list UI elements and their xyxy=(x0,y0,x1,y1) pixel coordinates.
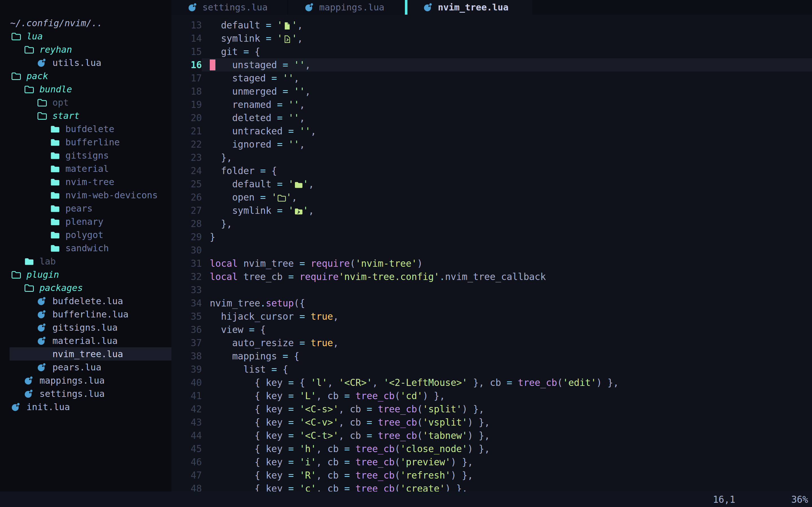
editor-buffer[interactable]: 13 default = '',14 symlink = '',15 git =… xyxy=(171,15,812,492)
tree-item-bufferline.lua[interactable]: bufferline.lua xyxy=(0,307,171,321)
line-number: 31 xyxy=(171,257,202,270)
code-line-16[interactable]: 16 unstaged = '', xyxy=(171,58,812,71)
file-tree-sidebar: ~/.config/nvim/..luareyhanutils.luapackb… xyxy=(0,0,171,492)
folder-fill-icon xyxy=(49,229,60,240)
tree-item-material.lua[interactable]: material.lua xyxy=(0,334,171,347)
tree-item-label: pack xyxy=(27,71,48,81)
code-line-36[interactable]: 36 view = { xyxy=(171,323,812,336)
tree-item-bufferline[interactable]: bufferline xyxy=(0,135,171,149)
tree-item-bufdelete.lua[interactable]: bufdelete.lua xyxy=(0,294,171,307)
code-line-31[interactable]: 31local nvim_tree = require('nvim-tree') xyxy=(171,257,812,270)
code-line-34[interactable]: 34nvim_tree.setup({ xyxy=(171,297,812,310)
line-number: 15 xyxy=(171,45,202,58)
tree-item-packages[interactable]: packages xyxy=(0,281,171,294)
code-line-19[interactable]: 19 renamed = '', xyxy=(171,98,812,111)
tab-label: mappings.lua xyxy=(319,2,384,13)
code-line-40[interactable]: 40 { key = { 'l', '<CR>', '<2-LeftMouse>… xyxy=(171,376,812,389)
folder-outline-icon xyxy=(36,110,47,121)
tab-nvim_tree.lua[interactable]: nvim_tree.lua xyxy=(405,0,532,15)
code-line-30[interactable]: 30 xyxy=(171,244,812,257)
code-line-22[interactable]: 22 ignored = '', xyxy=(171,138,812,151)
tree-item-init.lua[interactable]: init.lua xyxy=(0,400,171,413)
folder-fill-icon xyxy=(49,123,60,135)
tree-item-material[interactable]: material xyxy=(0,162,171,175)
tree-item-nvim-tree[interactable]: nvim-tree xyxy=(0,175,171,188)
folder-fill-icon xyxy=(49,189,60,201)
tree-item-mappings.lua[interactable]: mappings.lua xyxy=(0,374,171,387)
code-line-18[interactable]: 18 unmerged = '', xyxy=(171,85,812,98)
code-line-45[interactable]: 45 { key = 'h', cb = tree_cb('close_node… xyxy=(171,442,812,455)
line-number: 21 xyxy=(171,124,202,138)
tree-item-settings.lua[interactable]: settings.lua xyxy=(0,387,171,400)
tree-item-plenary[interactable]: plenary xyxy=(0,215,171,228)
code-line-47[interactable]: 47 { key = 'R', cb = tree_cb('refresh') … xyxy=(171,469,812,482)
folder-fill-icon xyxy=(49,176,60,187)
code-line-44[interactable]: 44 { key = '<C-t>', cb = tree_cb('tabnew… xyxy=(171,429,812,442)
line-number: 26 xyxy=(171,191,202,204)
code-line-32[interactable]: 32local tree_cb = require'nvim-tree.conf… xyxy=(171,270,812,283)
tree-item-opt[interactable]: opt xyxy=(0,96,171,109)
code-line-15[interactable]: 15 git = { xyxy=(171,45,812,58)
tree-item-utils.lua[interactable]: utils.lua xyxy=(0,56,171,69)
tree-item-bufdelete[interactable]: bufdelete xyxy=(0,122,171,135)
code-line-24[interactable]: 24 folder = { xyxy=(171,164,812,177)
tree-item-nvim-tree.lua[interactable]: nvim_tree.lua xyxy=(0,347,171,360)
lua-icon xyxy=(10,401,21,413)
tree-item-nvim-web-devicons[interactable]: nvim-web-devicons xyxy=(0,188,171,202)
tree-item-gitsigns[interactable]: gitsigns xyxy=(0,149,171,162)
line-number: 20 xyxy=(171,111,202,124)
tree-item-lua[interactable]: lua xyxy=(0,30,171,43)
code-line-text: folder = { xyxy=(202,164,812,177)
code-line-35[interactable]: 35 hijack_cursor = true, xyxy=(171,310,812,323)
lua-icon xyxy=(188,2,198,12)
line-number: 19 xyxy=(171,98,202,111)
code-line-48[interactable]: 48 { key = 'c', cb = tree_cb('create') }… xyxy=(171,482,812,492)
lua-icon xyxy=(36,348,47,360)
tree-item-start[interactable]: start xyxy=(0,109,171,122)
code-line-14[interactable]: 14 symlink = '', xyxy=(171,32,812,45)
code-line-23[interactable]: 23 }, xyxy=(171,151,812,164)
tab-mappings.lua[interactable]: mappings.lua xyxy=(288,0,405,15)
code-line-text: symlink = '', xyxy=(202,32,812,45)
tab-label: nvim_tree.lua xyxy=(438,2,508,13)
tree-item-~-.config-nvim-..[interactable]: ~/.config/nvim/.. xyxy=(0,16,171,30)
tree-item-gitsigns.lua[interactable]: gitsigns.lua xyxy=(0,321,171,334)
code-line-42[interactable]: 42 { key = '<C-s>', cb = tree_cb('split'… xyxy=(171,402,812,416)
code-line-43[interactable]: 43 { key = '<C-v>', cb = tree_cb('vsplit… xyxy=(171,416,812,429)
code-line-25[interactable]: 25 default = '', xyxy=(171,177,812,191)
code-line-text: git = { xyxy=(202,45,812,58)
code-line-28[interactable]: 28 }, xyxy=(171,217,812,230)
code-line-41[interactable]: 41 { key = 'L', cb = tree_cb('cd') }, xyxy=(171,389,812,402)
tab-settings.lua[interactable]: settings.lua xyxy=(171,0,288,15)
code-line-33[interactable]: 33 xyxy=(171,283,812,297)
code-line-38[interactable]: 38 mappings = { xyxy=(171,349,812,363)
code-line-text: view = { xyxy=(202,323,812,336)
tree-item-bundle[interactable]: bundle xyxy=(0,82,171,96)
code-line-29[interactable]: 29} xyxy=(171,230,812,244)
lua-icon xyxy=(36,57,47,68)
code-line-37[interactable]: 37 auto_resize = true, xyxy=(171,336,812,349)
tree-item-sandwich[interactable]: sandwich xyxy=(0,241,171,255)
line-number: 14 xyxy=(171,32,202,45)
code-line-21[interactable]: 21 untracked = '', xyxy=(171,124,812,138)
line-number: 29 xyxy=(171,230,202,244)
code-line-text: open = '', xyxy=(202,191,812,204)
line-number: 30 xyxy=(171,244,202,257)
tree-item-pears[interactable]: pears xyxy=(0,202,171,215)
code-line-13[interactable]: 13 default = '', xyxy=(171,18,812,32)
code-line-46[interactable]: 46 { key = 'i', cb = tree_cb('preview') … xyxy=(171,455,812,469)
code-line-20[interactable]: 20 deleted = '', xyxy=(171,111,812,124)
tree-item-pears.lua[interactable]: pears.lua xyxy=(0,360,171,374)
file-tree: ~/.config/nvim/..luareyhanutils.luapackb… xyxy=(0,0,171,413)
tree-item-pack[interactable]: pack xyxy=(0,69,171,82)
code-line-27[interactable]: 27 symlink = '', xyxy=(171,204,812,217)
code-line-39[interactable]: 39 list = { xyxy=(171,363,812,376)
tree-item-reyhan[interactable]: reyhan xyxy=(0,43,171,56)
tree-item-lab[interactable]: lab xyxy=(0,255,171,268)
tree-item-label: bufdelete.lua xyxy=(52,296,123,306)
code-line-17[interactable]: 17 staged = '', xyxy=(171,71,812,85)
lua-icon xyxy=(305,2,315,12)
tree-item-plugin[interactable]: plugin xyxy=(0,268,171,281)
tree-item-polygot[interactable]: polygot xyxy=(0,228,171,241)
code-line-26[interactable]: 26 open = '', xyxy=(171,191,812,204)
